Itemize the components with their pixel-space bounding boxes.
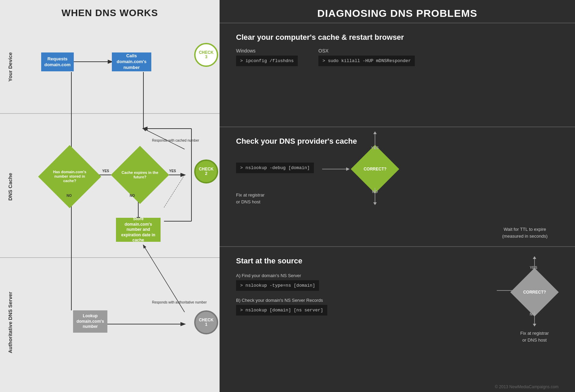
svg-line-11 xyxy=(164,175,185,207)
diamond-correct-green-label: CORRECT? xyxy=(364,167,387,171)
diamond-correct-gray-label: CORRECT? xyxy=(523,290,546,295)
osx-cmd: > sudo killall -HUP mDNSResponder xyxy=(318,56,415,66)
box-lookup: Lookup domain.com's number xyxy=(73,310,107,333)
svg-marker-15 xyxy=(346,167,350,171)
svg-marker-23 xyxy=(533,256,536,259)
label-no1: NO xyxy=(67,194,72,198)
left-panel: WHEN DNS WORKS Your Device DNS Cache Aut… xyxy=(0,0,220,392)
section-1: Start at the source A) Find your domain'… xyxy=(220,246,575,382)
row-label-cache: DNS Cache xyxy=(0,120,20,254)
fix-text-2: Fix at registraror DNS host xyxy=(236,192,559,205)
windows-cmd: > ipconfig /flushdns xyxy=(236,56,298,66)
arrow-no-1 xyxy=(532,311,537,326)
diamond-correct-green-container: CORRECT? YES NO xyxy=(358,152,392,186)
section3-title: Clear your computer's cache & restart br… xyxy=(236,33,559,42)
row-label-auth: Authoritative DNS Server xyxy=(0,261,20,384)
section1-a-label: A) Find your domain's NS Server xyxy=(236,273,509,278)
flowchart-svg xyxy=(20,22,220,386)
diamond-correct-gray: CORRECT? xyxy=(510,268,559,316)
label-responds-auth: Responds with authoritative number xyxy=(152,300,207,305)
diamond-has-domain: Has domain.com's number stored in cache? xyxy=(47,154,92,199)
right-panel: DIAGNOSING DNS PROBLEMS Clear your compu… xyxy=(220,0,575,392)
right-title: DIAGNOSING DNS PROBLEMS xyxy=(220,0,575,23)
label-yes2: YES xyxy=(169,169,176,173)
os-columns: Windows > ipconfig /flushdns OSX > sudo … xyxy=(236,48,559,69)
label-yes1: YES xyxy=(102,169,109,173)
diamond-cache-expires: Cache expires in the future? xyxy=(119,154,161,195)
row-label-device: Your Device xyxy=(0,22,20,111)
footer: © 2013 NewMediaCampaigns.com xyxy=(220,382,575,392)
svg-marker-17 xyxy=(373,131,377,134)
osx-label: OSX xyxy=(318,48,415,54)
section1-cmd-b: > nslookup [domain] [ns server] xyxy=(236,305,327,316)
arrow-right-2 xyxy=(322,166,350,173)
os-col-osx: OSX > sudo killall -HUP mDNSResponder xyxy=(318,48,415,69)
left-title: WHEN DNS WORKS xyxy=(0,0,220,22)
section2-title: Check your DNS provider's cache xyxy=(236,137,559,146)
fix-text-1-container: Fix at registraror DNS host xyxy=(514,330,555,343)
diamond-correct-gray-container: CORRECT? YES NO Fix at registraror DNS h… xyxy=(517,275,559,318)
box-store-cache: Store domain.com's number and expiration… xyxy=(116,218,161,242)
flowchart-area: Requests domain.com Calls domain.com's n… xyxy=(20,22,220,386)
section2-row: > nslookup -debug [domain] CORRECT? YES … xyxy=(236,152,559,186)
svg-marker-19 xyxy=(373,202,377,205)
fix-text-1: Fix at registraror DNS host xyxy=(514,330,555,343)
wait-text: Wait for TTL to expire(measured in secon… xyxy=(502,226,548,239)
arrow-yes-2 xyxy=(373,131,377,149)
box-calls: Calls domain.com's number xyxy=(112,52,151,71)
section-2: Check your DNS provider's cache > nslook… xyxy=(220,127,575,246)
section-3: Clear your computer's cache & restart br… xyxy=(220,23,575,127)
section1-title: Start at the source xyxy=(236,257,559,265)
diamond-correct-green: CORRECT? xyxy=(351,145,399,193)
arrow-yes-1 xyxy=(532,256,537,270)
label-no2: NO xyxy=(130,194,135,198)
os-col-windows: Windows > ipconfig /flushdns xyxy=(236,48,298,69)
section2-cmd: > nslookup -debug [domain] xyxy=(236,163,314,173)
box-requests: Requests domain.com xyxy=(41,52,74,71)
svg-marker-25 xyxy=(533,324,536,326)
arrow-no-2 xyxy=(373,188,377,205)
windows-label: Windows xyxy=(236,48,298,54)
check1-circle: CHECK 1 xyxy=(194,310,218,334)
wait-text-container: Wait for TTL to expire(measured in secon… xyxy=(502,226,548,239)
section1-b-label: B) Check your domain's NS Server Records xyxy=(236,298,509,303)
section1-left: A) Find your domain's NS Server > nslook… xyxy=(236,272,509,318)
section2-fix: Fix at registraror DNS host xyxy=(236,192,559,205)
section1-content: A) Find your domain's NS Server > nslook… xyxy=(236,272,559,318)
check2-circle: CHECK 2 xyxy=(194,159,218,183)
check3-circle: CHECK 3 xyxy=(194,43,218,67)
section1-cmd-a: > nslookup -type=ns [domain] xyxy=(236,280,319,291)
label-responds-cached: Responds with cached number xyxy=(152,138,199,143)
